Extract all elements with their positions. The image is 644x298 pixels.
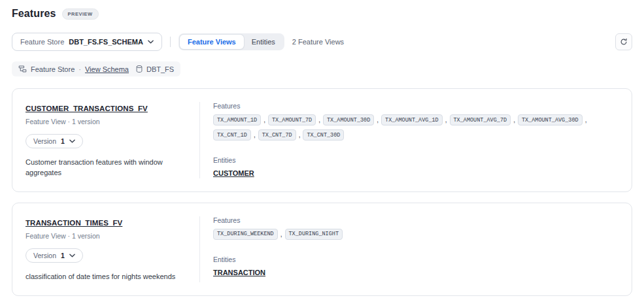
features-section-label: Features	[213, 102, 621, 110]
card-summary-column: TRANSACTION_TIMES_FV Feature View · 1 ve…	[12, 216, 200, 282]
feature-view-title-link[interactable]: TRANSACTION_TIMES_FV	[25, 219, 122, 227]
entities-section: Entities CUSTOMER	[213, 156, 621, 177]
feature-chip: TX_AMOUNT_30D	[323, 114, 374, 125]
feature-view-description: classification of date times for nights …	[25, 272, 186, 282]
breadcrumb-database: DBT_FS	[135, 65, 174, 73]
card-summary-column: CUSTOMER_TRANSACTIONS_FV Feature View · …	[12, 102, 200, 178]
view-schema-link[interactable]: View Schema	[85, 65, 129, 73]
version-value: 1	[61, 137, 65, 145]
feature-store-selector-value: DBT_FS.FS_SCHEMA	[69, 38, 143, 46]
toolbar-divider	[170, 37, 171, 47]
feature-view-card: TRANSACTION_TIMES_FV Feature View · 1 ve…	[12, 203, 632, 296]
entities-section-label: Entities	[213, 156, 621, 164]
feature-view-description: Customer transaction features with windo…	[25, 157, 186, 178]
feature-view-meta: Feature View · 1 version	[25, 232, 186, 240]
tab-entities[interactable]: Entities	[244, 35, 283, 49]
entities-section-label: Entities	[213, 256, 621, 263]
card-details-column: Features TX_AMOUNT_1D,TX_AMOUNT_7D,TX_AM…	[200, 102, 632, 178]
feature-chip: TX_AMOUNT_AVG_1D	[381, 114, 443, 125]
breadcrumb: Feature Store · View Schema DBT_FS	[12, 61, 180, 76]
chevron-down-icon	[69, 254, 75, 257]
feature-chips: TX_DURING_WEEKEND,TX_DURING_NIGHT	[213, 229, 621, 240]
entity-link[interactable]: CUSTOMER	[213, 169, 254, 177]
features-page: Features PREVIEW Feature Store DBT_FS.FS…	[0, 0, 644, 298]
chip-separator: ,	[263, 116, 266, 124]
version-value: 1	[61, 252, 65, 259]
entities-section: Entities TRANSACTION	[213, 256, 621, 276]
feature-chips: TX_AMOUNT_1D,TX_AMOUNT_7D,TX_AMOUNT_30D,…	[213, 114, 621, 141]
feature-chip: TX_DURING_NIGHT	[285, 229, 343, 240]
version-label: Version	[33, 252, 56, 259]
feature-view-cards: CUSTOMER_TRANSACTIONS_FV Feature View · …	[12, 88, 632, 296]
page-header: Features PREVIEW	[12, 8, 632, 20]
feature-chip: TX_AMOUNT_AVG_30D	[518, 114, 583, 125]
chip-separator: ,	[253, 131, 256, 139]
entity-link[interactable]: TRANSACTION	[213, 269, 265, 276]
feature-views-count: 2 Feature Views	[292, 38, 344, 46]
version-dropdown[interactable]: Version 1	[25, 248, 83, 263]
database-icon	[135, 65, 143, 73]
feature-chip: TX_AMOUNT_AVG_7D	[450, 114, 511, 125]
chevron-down-icon	[148, 40, 154, 44]
toolbar: Feature Store DBT_FS.FS_SCHEMA Feature V…	[12, 33, 632, 51]
view-tabs: Feature Views Entities	[178, 33, 284, 50]
feature-store-selector[interactable]: Feature Store DBT_FS.FS_SCHEMA	[12, 33, 162, 51]
feature-view-title-link[interactable]: CUSTOMER_TRANSACTIONS_FV	[25, 105, 148, 112]
refresh-button[interactable]	[615, 33, 632, 50]
chip-separator: ,	[298, 131, 301, 139]
feature-chip: TX_CNT_1D	[213, 129, 251, 141]
version-dropdown[interactable]: Version 1	[25, 134, 83, 148]
feature-store-selector-label: Feature Store	[20, 38, 64, 46]
schema-icon	[18, 65, 27, 73]
refresh-icon	[620, 38, 628, 46]
database-name: DBT_FS	[146, 65, 174, 73]
feature-view-card: CUSTOMER_TRANSACTIONS_FV Feature View · …	[12, 88, 632, 192]
feature-chip: TX_AMOUNT_7D	[268, 114, 316, 125]
preview-badge: PREVIEW	[62, 8, 99, 20]
chip-separator: ,	[585, 116, 588, 124]
feature-view-meta: Feature View · 1 version	[25, 118, 186, 125]
chip-separator: ,	[445, 116, 448, 124]
entity-links: TRANSACTION	[213, 269, 621, 276]
card-details-column: Features TX_DURING_WEEKEND,TX_DURING_NIG…	[200, 216, 632, 282]
chip-separator: ,	[513, 116, 516, 124]
features-section-label: Features	[213, 216, 621, 224]
feature-chip: TX_AMOUNT_1D	[213, 114, 261, 125]
entity-links: CUSTOMER	[213, 169, 621, 177]
chip-separator: ,	[318, 116, 321, 124]
chip-separator: ,	[280, 231, 283, 238]
breadcrumb-row: Feature Store · View Schema DBT_FS	[12, 61, 632, 88]
chip-separator: ,	[376, 116, 379, 124]
feature-chip: TX_CNT_7D	[258, 129, 296, 141]
feature-chip: TX_CNT_30D	[303, 129, 344, 141]
tab-feature-views[interactable]: Feature Views	[180, 35, 244, 49]
breadcrumb-root-label: Feature Store	[31, 65, 75, 73]
version-label: Version	[33, 137, 56, 145]
feature-chip: TX_DURING_WEEKEND	[213, 229, 278, 240]
chevron-down-icon	[69, 139, 75, 143]
page-title: Features	[12, 8, 56, 20]
breadcrumb-separator: ·	[78, 65, 81, 73]
